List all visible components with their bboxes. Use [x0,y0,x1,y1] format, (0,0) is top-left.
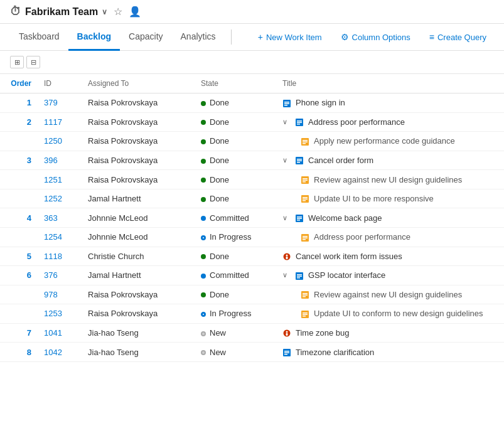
id-link[interactable]: 376 [44,270,58,280]
title-cell-container: Update UI to be more responsive [282,194,498,204]
svg-rect-9 [303,140,308,141]
title-text: GSP locator interface [308,270,385,280]
state-dot [201,312,206,317]
cell-assigned: Raisa Pokrovskaya [82,151,195,170]
id-link[interactable]: 1117 [44,117,62,127]
title-text: Address poor performance [314,232,410,242]
person-add-icon[interactable]: 👤 [129,6,141,18]
cell-title: Time zone bug [276,323,504,343]
tab-capacity[interactable]: Capacity [120,24,171,51]
team-chevron-icon[interactable]: ∨ [102,8,107,16]
id-link[interactable]: 1253 [44,309,62,318]
collapse-arrow-icon[interactable]: ∨ [282,118,290,126]
tab-backlog[interactable]: Backlog [68,24,120,51]
svg-point-48 [286,331,288,333]
cell-order [0,189,38,208]
team-name-container: ⏱ Fabrikam Team ∨ [10,5,107,18]
expand-all-icon[interactable]: ⊞ [10,56,24,68]
svg-rect-3 [284,105,287,106]
collapse-arrow-icon[interactable]: ∨ [282,271,290,279]
id-link[interactable]: 396 [44,156,58,165]
action-buttons: + New Work Item ⚙ Column Options ≡ Creat… [250,28,494,46]
state-dot [201,235,206,240]
title-text: Phone sign in [296,98,345,107]
table-row: 81042Jia-hao TsengNew Timezone clarifica… [0,343,504,362]
state-text: Done [210,175,229,184]
title-cell-container: Update UI to conform to new design guide… [282,309,498,319]
task-icon [301,174,311,184]
svg-rect-40 [303,293,308,294]
id-link[interactable]: 1252 [44,194,62,203]
task-icon [301,136,311,146]
state-dot [201,350,206,355]
state-text: In Progress [210,232,251,242]
cell-order [0,304,38,324]
cell-state: Done [195,112,276,132]
create-query-button[interactable]: ≡ Create Query [422,28,494,46]
col-header-order: Order [0,74,38,93]
title-text: Timezone clarification [296,348,374,357]
cell-title: Phone sign in [276,93,504,113]
story-icon [282,98,292,108]
table-row: 71041Jia-hao TsengNew Time zone bug [0,323,504,343]
cell-state: Done [195,285,276,304]
state-text: Done [210,136,229,146]
cell-title: Address poor performance [276,227,504,247]
cell-title: Apply new performance code guidance [276,132,504,151]
plus-icon: + [258,32,263,42]
column-options-button[interactable]: ⚙ Column Options [333,28,418,46]
cell-assigned: Johnnie McLeod [82,208,195,228]
table-row: 1252Jamal HartnettDone Update UI to be m… [0,189,504,208]
svg-rect-27 [297,220,300,221]
id-link[interactable]: 1118 [44,252,62,261]
id-link[interactable]: 1042 [44,348,62,357]
cell-state: Done [195,247,276,266]
cell-title: Update UI to be more responsive [276,189,504,208]
svg-rect-7 [297,124,300,125]
story-icon [295,117,305,127]
cell-order [0,170,38,189]
title-cell-container: ∨ Cancel order form [282,156,498,166]
cell-id: 1250 [38,132,82,151]
id-link[interactable]: 1041 [44,328,62,338]
id-link[interactable]: 1250 [44,136,62,146]
cell-state: In Progress [195,304,276,324]
state-text: Committed [210,213,249,223]
table-row: 3396Raisa PokrovskayaDone∨ Cancel order … [0,151,504,170]
cell-title: Update UI to conform to new design guide… [276,304,504,324]
tab-taskboard[interactable]: Taskboard [10,24,68,51]
svg-rect-15 [297,162,300,163]
new-work-item-button[interactable]: + New Work Item [250,28,330,46]
svg-rect-34 [286,257,288,259]
cell-id: 363 [38,208,82,228]
cell-order: 7 [0,323,38,343]
svg-rect-30 [303,237,308,238]
cell-assigned: Raisa Pokrovskaya [82,93,195,113]
id-link[interactable]: 1254 [44,232,62,242]
cell-state: New [195,323,276,343]
id-link[interactable]: 1251 [44,175,62,184]
svg-rect-53 [284,354,287,355]
svg-rect-19 [303,181,306,183]
cell-state: Done [195,93,276,113]
title-cell-container: Apply new performance code guidance [282,136,498,146]
star-icon[interactable]: ☆ [114,6,122,18]
tab-analytics[interactable]: Analytics [172,24,225,51]
title-cell-container: Timezone clarification [282,347,498,357]
svg-rect-10 [303,141,308,142]
id-link[interactable]: 363 [44,213,58,223]
svg-rect-21 [303,197,308,198]
id-link[interactable]: 379 [44,98,58,107]
cell-assigned: Raisa Pokrovskaya [82,112,195,132]
table-row: 1250Raisa PokrovskayaDone Apply new perf… [0,132,504,151]
collapse-arrow-icon[interactable]: ∨ [282,156,290,164]
collapse-all-icon[interactable]: ⊟ [26,56,40,68]
title-text: Review against new UI design guidelines [314,290,462,299]
id-link[interactable]: 978 [44,290,58,299]
svg-rect-18 [303,179,308,181]
cell-assigned: Jamal Hartnett [82,189,195,208]
collapse-arrow-icon[interactable]: ∨ [282,214,290,222]
cell-state: Committed [195,208,276,228]
state-dot [201,139,206,144]
cell-title: ∨ Welcome back page [276,208,504,228]
